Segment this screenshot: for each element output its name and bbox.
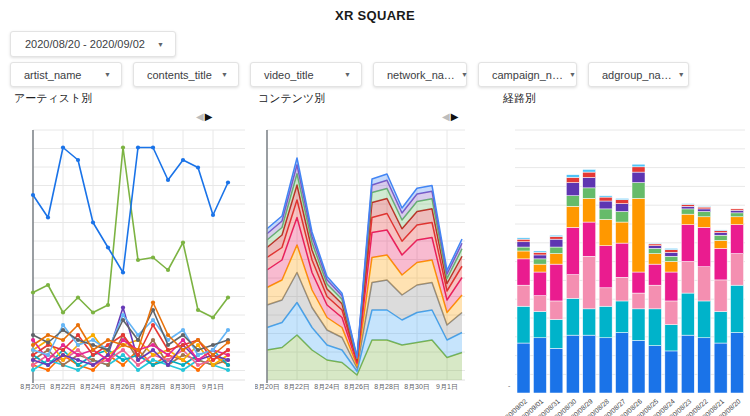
bar-segment [583, 256, 596, 309]
data-point [181, 328, 185, 332]
bar-segment [533, 264, 546, 272]
data-point [196, 363, 200, 367]
pager-next-icon[interactable]: ▶ [451, 111, 459, 122]
data-point [121, 338, 125, 342]
data-point [91, 358, 95, 362]
data-point [91, 310, 95, 314]
data-point [226, 348, 230, 352]
bar-segment [698, 301, 711, 338]
bar-segment [731, 210, 744, 213]
artist-line-chart[interactable]: 8月20日8月22日8月24日8月26日8月28日8月30日9月1日 [18, 128, 248, 408]
bar-segment [533, 338, 546, 393]
data-point [121, 343, 125, 347]
filter-chip-label: artist_name [24, 69, 81, 81]
data-point [121, 363, 125, 367]
filter-chip[interactable]: adgroup_na…▼ [588, 62, 689, 87]
bar-segment [698, 212, 711, 217]
pager-prev-icon[interactable]: ◀ [196, 111, 204, 122]
bar-segment [698, 338, 711, 393]
bar-segment [599, 197, 612, 201]
filter-chip[interactable]: artist_name▼ [10, 62, 122, 87]
x-axis-label: 8月26日 [344, 383, 370, 391]
bar-segment [632, 172, 645, 183]
bar-segment [665, 250, 678, 253]
data-point [166, 353, 170, 357]
filter-bar: artist_name▼contents_title▼video_title▼n… [10, 62, 689, 87]
bar-segment [517, 247, 530, 251]
bar-segment [714, 311, 727, 343]
data-point [121, 333, 125, 337]
data-point [106, 338, 110, 342]
x-axis-label: 8月24日 [314, 383, 340, 391]
bar-segment [616, 204, 629, 212]
data-point [31, 358, 35, 362]
data-point [46, 333, 50, 337]
bar-segment [583, 172, 596, 177]
data-point [211, 315, 215, 319]
data-point [91, 348, 95, 352]
data-point [31, 333, 35, 337]
x-axis-label: 8月20日 [20, 383, 46, 391]
data-point [106, 363, 110, 367]
filter-chip[interactable]: contents_title▼ [133, 62, 239, 87]
data-point [61, 348, 65, 352]
data-point [151, 353, 155, 357]
bar-segment [566, 206, 579, 227]
pager-prev-icon[interactable]: ◀ [442, 111, 450, 122]
x-axis-label: 8月22日 [50, 383, 76, 391]
data-point [46, 215, 50, 219]
data-point [196, 165, 200, 169]
chart-title-artist: アーティスト別 [14, 91, 92, 106]
contents-area-chart[interactable]: 8月20日8月22日8月24日8月26日8月28日8月30日9月1日 [255, 128, 470, 408]
bar-segment [714, 240, 727, 248]
pager-next-icon[interactable]: ▶ [205, 111, 213, 122]
chart-title-routes: 経路別 [503, 91, 536, 106]
bar-segment [583, 309, 596, 335]
filter-chip[interactable]: network_na…▼ [373, 62, 467, 87]
data-point [211, 343, 215, 347]
routes-bar-chart[interactable]: 2020/09/022020/09/012020/08/312020/08/30… [505, 128, 750, 416]
bar-segment [681, 335, 694, 393]
x-axis-label: 8月30日 [404, 383, 430, 391]
bar-segment [583, 198, 596, 222]
bar-segment [714, 343, 727, 393]
bar-segment [616, 243, 629, 277]
data-point [31, 363, 35, 367]
data-point [181, 363, 185, 367]
bar-segment [533, 255, 546, 259]
bar-segment [517, 259, 530, 285]
data-point [106, 358, 110, 362]
x-axis-label: 8月22日 [284, 383, 310, 391]
bar-segment [583, 335, 596, 393]
data-point [91, 220, 95, 224]
bar-segment [533, 251, 546, 252]
caret-down-icon: ▼ [344, 71, 351, 78]
bar-segment [681, 225, 694, 262]
bar-segment [517, 285, 530, 306]
bar-segment [665, 272, 678, 301]
x-axis-label: 8月24日 [80, 383, 106, 391]
data-point [106, 245, 110, 249]
data-point [151, 255, 155, 259]
bar-segment [681, 209, 694, 214]
pager-artist: ◀▶ [196, 112, 212, 122]
data-point [196, 308, 200, 312]
bar-segment [731, 285, 744, 332]
filter-chip[interactable]: campaign_n…▼ [478, 62, 577, 87]
bar-segment [632, 167, 645, 172]
bar-segment [517, 251, 530, 259]
data-point [181, 358, 185, 362]
date-range-picker[interactable]: 2020/08/20 - 2020/09/02 ▼ [10, 31, 176, 57]
bar-segment [698, 206, 711, 207]
bar-segment [583, 222, 596, 256]
filter-chip[interactable]: video_title▼ [250, 62, 362, 87]
data-point [76, 363, 80, 367]
bar-segment [583, 177, 596, 188]
bar-segment [648, 309, 661, 346]
bar-segment [517, 242, 530, 247]
bar-segment [648, 346, 661, 393]
data-point [121, 313, 125, 317]
data-point [196, 368, 200, 372]
x-axis-label: 8月30日 [170, 383, 196, 391]
bar-segment [550, 348, 563, 393]
